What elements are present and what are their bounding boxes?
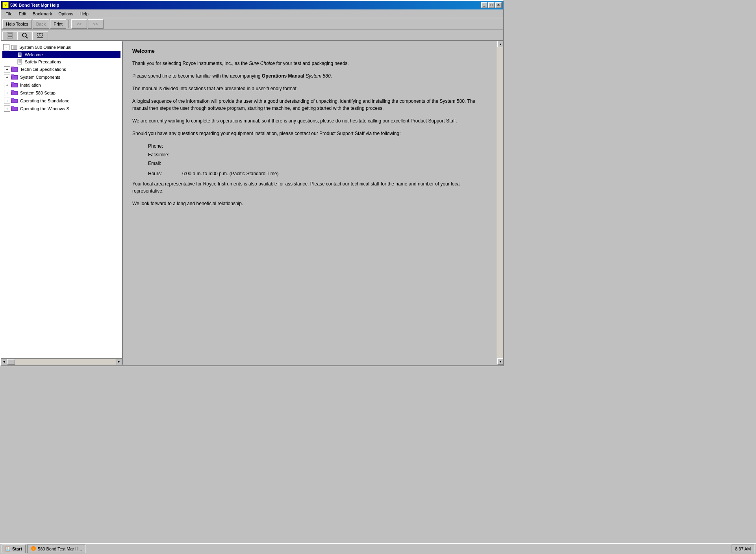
tree-root[interactable]: - System 580 Online Manual	[2, 43, 120, 51]
root-expand[interactable]: -	[3, 44, 9, 50]
menu-edit[interactable]: Edit	[16, 11, 30, 17]
close-button[interactable]: ✕	[495, 2, 502, 8]
email-label: Email:	[148, 161, 161, 166]
tree-item-install-label: Installation	[20, 83, 41, 87]
folder-icon-install	[11, 82, 19, 88]
tree-item-welcome-label: Welcome	[25, 52, 43, 57]
tree-item-standalone-label: Operating the Standalone	[20, 98, 69, 103]
toolbar: Help Topics Back Print << >>	[1, 18, 503, 30]
svg-rect-37	[11, 106, 14, 107]
svg-rect-28	[11, 82, 14, 84]
app-icon: ?	[2, 2, 9, 8]
main-area: - System 580 Online Manual	[1, 41, 503, 365]
content-para4: A logical sequence of the information wi…	[132, 98, 487, 112]
install-expand[interactable]: +	[4, 82, 10, 88]
tree-hscrollbar[interactable]: ◄ ►	[1, 358, 122, 365]
vscroll-down[interactable]: ▼	[497, 358, 503, 365]
window-controls: _ □ ✕	[481, 2, 502, 8]
tree-root-label: System 580 Online Manual	[19, 45, 71, 50]
svg-rect-22	[11, 67, 14, 68]
tree-item-standalone[interactable]: + Operating the Standalone	[2, 97, 120, 105]
content-para2: Please spend time to become familiar wit…	[132, 72, 487, 80]
nav-next-button[interactable]: >>	[88, 19, 104, 29]
help-topics-button[interactable]: Help Topics	[2, 19, 32, 29]
email-row: Email:	[148, 160, 487, 167]
folder-icon-setup	[11, 90, 19, 96]
contact-info: Phone: Facsimile: Email: Hours: 6:00 a.m…	[148, 143, 487, 177]
tab-contents[interactable]	[2, 31, 17, 40]
menu-options[interactable]: Options	[55, 11, 76, 17]
tree-item-install[interactable]: + Installation	[2, 81, 120, 89]
menu-file[interactable]: File	[2, 11, 16, 17]
nav-prev-button[interactable]: <<	[71, 19, 87, 29]
menu-help[interactable]: Help	[76, 11, 92, 17]
find-tab-icon	[37, 32, 44, 40]
hours-value: 6:00 a.m. to 6:00 p.m. (Pacific Standard…	[182, 171, 279, 176]
content-para7: Your local area representative for Royce…	[132, 180, 487, 195]
content-wrapper: Welcome Thank you for selecting Royce In…	[123, 41, 503, 365]
svg-rect-26	[12, 76, 17, 79]
hscroll-right[interactable]: ►	[116, 359, 122, 365]
doc-icon-welcome	[17, 52, 24, 57]
hscroll-left[interactable]: ◄	[1, 359, 7, 365]
maximize-button[interactable]: □	[488, 2, 495, 8]
tree-item-components-label: System Components	[20, 75, 60, 80]
phone-label: Phone:	[148, 143, 163, 149]
svg-point-7	[40, 33, 43, 36]
tree-item-components[interactable]: + System Components	[2, 73, 120, 81]
svg-rect-38	[12, 107, 17, 110]
svg-rect-29	[12, 84, 17, 87]
svg-rect-25	[11, 74, 14, 76]
tree-item-windows[interactable]: + Operating the Windows S	[2, 105, 120, 113]
tree-item-welcome[interactable]: Welcome	[2, 51, 120, 58]
svg-line-5	[26, 37, 28, 38]
svg-rect-32	[12, 92, 17, 94]
folder-icon-tech	[11, 66, 19, 72]
phone-row: Phone:	[148, 143, 487, 150]
fax-row: Facsimile:	[148, 151, 487, 158]
menu-bar: File Edit Bookmark Options Help	[1, 9, 503, 18]
svg-rect-13	[18, 52, 22, 57]
tree-item-windows-label: Operating the Windows S	[20, 106, 69, 111]
windows-expand[interactable]: +	[4, 106, 10, 112]
window-title: 580 Bond Test Mgr Help	[10, 3, 481, 7]
svg-rect-35	[12, 100, 17, 102]
tree-item-setup-label: System 580 Setup	[20, 91, 56, 95]
setup-expand[interactable]: +	[4, 90, 10, 96]
tree-item-safety[interactable]: Safety Precautions	[2, 58, 120, 65]
svg-rect-34	[11, 98, 14, 100]
book-icon	[10, 44, 18, 50]
tab-index[interactable]	[17, 31, 32, 40]
folder-icon-windows	[11, 106, 19, 112]
svg-rect-31	[11, 90, 14, 92]
svg-point-4	[22, 33, 26, 37]
components-expand[interactable]: +	[4, 74, 10, 80]
tab-area	[1, 30, 503, 41]
hscroll-track	[7, 359, 116, 365]
tree-item-tech[interactable]: + Technical Specifications	[2, 65, 120, 73]
standalone-expand[interactable]: +	[4, 98, 10, 104]
svg-rect-17	[18, 59, 22, 64]
tree-item-setup[interactable]: + System 580 Setup	[2, 89, 120, 97]
hours-row: Hours: 6:00 a.m. to 6:00 p.m. (Pacific S…	[148, 170, 487, 177]
tab-find[interactable]	[32, 31, 48, 40]
toolbar-separator	[69, 20, 69, 28]
vscroll-track	[497, 47, 503, 358]
minimize-button[interactable]: _	[481, 2, 487, 8]
tree-panel: - System 580 Online Manual	[1, 41, 123, 365]
svg-rect-23	[12, 68, 17, 71]
print-button[interactable]: Print	[50, 19, 66, 29]
contents-tab-icon	[7, 32, 13, 40]
content-area: Welcome Thank you for selecting Royce In…	[123, 41, 497, 365]
doc-icon-safety	[17, 59, 24, 65]
content-para5: We are currently working to complete thi…	[132, 117, 487, 124]
folder-icon-standalone	[11, 98, 19, 104]
content-vscrollbar[interactable]: ▲ ▼	[497, 41, 503, 365]
hscroll-thumb[interactable]	[7, 359, 15, 365]
title-bar: ? 580 Bond Test Mgr Help _ □ ✕	[1, 1, 503, 9]
fax-label: Facsimile:	[148, 152, 169, 157]
tech-expand[interactable]: +	[4, 66, 10, 72]
menu-bookmark[interactable]: Bookmark	[30, 11, 56, 17]
back-button[interactable]: Back	[33, 19, 49, 29]
vscroll-up[interactable]: ▲	[497, 41, 503, 47]
